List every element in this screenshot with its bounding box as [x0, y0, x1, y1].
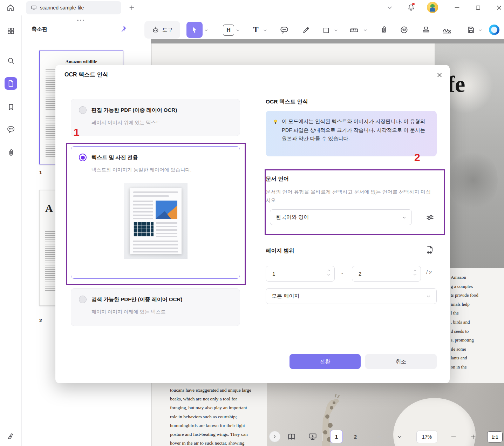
divider	[322, 433, 323, 441]
heading-tool-button[interactable]: H	[223, 25, 234, 36]
sticker-tool-icon[interactable]	[399, 25, 409, 35]
save-tool-chevron-icon[interactable]	[477, 27, 483, 34]
comment-tool-icon[interactable]	[279, 25, 290, 35]
notifications-bell-icon[interactable]	[407, 3, 416, 12]
measure-tool-icon[interactable]	[348, 25, 360, 35]
side-line: lants and	[451, 353, 478, 363]
page-range-title: 페이지 범위	[266, 247, 294, 255]
document-tab[interactable]: scanned-sample-file	[26, 1, 121, 14]
option-desc: 페이지 이미지 위에 있는 텍스트	[91, 120, 161, 126]
zoom-level-box[interactable]: 17%	[416, 431, 437, 443]
body-line: foraging, but may also play an important	[170, 403, 275, 412]
radio-editable-pdf[interactable]	[79, 106, 87, 114]
stepper-up-icon[interactable]	[413, 268, 417, 272]
shape-tool-icon[interactable]	[321, 25, 331, 35]
text-tool-chevron-icon[interactable]	[262, 27, 268, 34]
apps-grid-icon[interactable]	[6, 26, 16, 36]
panel-resize-handle[interactable]	[77, 20, 84, 21]
tab-title: scanned-sample-file	[40, 5, 84, 11]
maximize-button[interactable]	[474, 4, 482, 12]
search-icon[interactable]	[6, 56, 16, 66]
chevron-down-icon	[425, 293, 431, 299]
annotation-box-2	[265, 169, 445, 235]
draw-pen-icon[interactable]	[6, 431, 16, 441]
close-window-button[interactable]	[495, 4, 503, 12]
text-tool-button[interactable]: T	[250, 24, 261, 36]
convert-button[interactable]: 전환	[290, 354, 361, 369]
thumb2-page-number: 2	[39, 318, 42, 323]
save-tool-icon[interactable]	[465, 25, 476, 35]
ocr-section-heading: OCR 텍스트 인식	[266, 98, 308, 106]
page-two-button[interactable]: 2	[349, 430, 362, 443]
side-line: d seeds to	[451, 327, 478, 336]
page-to-field[interactable]	[352, 266, 421, 282]
toolbar: 도구 H T	[143, 21, 504, 39]
option-label: 검색 가능한 PDF만 (이중 레이어 OCR)	[91, 296, 182, 303]
page-bottom-text: toucans have exaggerated and unique larg…	[170, 386, 275, 446]
notification-dot	[412, 3, 415, 5]
bookmarks-icon[interactable]	[6, 102, 16, 112]
cancel-button[interactable]: 취소	[365, 354, 437, 369]
zoom-out-button[interactable]	[449, 433, 458, 441]
comments-icon[interactable]	[6, 124, 16, 134]
side-line: Amazon	[451, 273, 478, 282]
app-window: scanned-sample-file	[0, 0, 504, 446]
tools-label: 도구	[162, 27, 173, 33]
page-to-input[interactable]	[358, 266, 398, 281]
attachments-icon[interactable]	[6, 148, 16, 157]
side-line: l the	[451, 309, 478, 318]
actual-size-button[interactable]: 1:1	[487, 431, 503, 442]
annotation-box-1	[66, 143, 246, 285]
next-page-chevron-icon[interactable]	[395, 433, 404, 441]
select-tool-chevron-icon[interactable]	[203, 27, 209, 34]
previous-page-chevron-icon[interactable]	[375, 433, 383, 441]
text-glyph: T	[253, 25, 258, 34]
measure-tool-chevron-icon[interactable]	[362, 27, 368, 34]
attach-tool-icon[interactable]	[379, 25, 389, 35]
select-tool-button[interactable]	[186, 22, 203, 38]
ocr-option-searchable-pdf[interactable]: 검색 가능한 PDF만 (이중 레이어 OCR) 페이지 이미지 아래에 있는 …	[71, 288, 240, 326]
radio-searchable-pdf[interactable]	[79, 296, 87, 303]
home-icon[interactable]	[6, 3, 15, 13]
option-label: 편집 가능한 PDF (이중 레이어 OCR)	[91, 107, 177, 114]
status-bar: 1 2 17% 1:1	[266, 428, 504, 445]
avatar[interactable]	[427, 2, 438, 13]
signature-tool-icon[interactable]	[441, 25, 453, 35]
shape-tool-chevron-icon[interactable]	[333, 27, 339, 34]
body-line: hover in the air to suck nectar, showing	[170, 439, 275, 446]
minimize-button[interactable]	[453, 4, 461, 12]
tools-button[interactable]: 도구	[144, 21, 180, 39]
stepper-down-icon[interactable]	[327, 273, 331, 277]
page-from-input[interactable]	[272, 266, 312, 281]
chevron-right-icon	[272, 434, 278, 439]
current-page-box[interactable]: 1	[330, 430, 343, 443]
pin-icon[interactable]	[119, 25, 128, 33]
side-line: imals help	[451, 300, 478, 309]
pen-tool-icon[interactable]	[301, 25, 311, 35]
tab-list-chevron-icon[interactable]	[386, 4, 394, 12]
thumb1-page-number: 1	[39, 170, 42, 175]
dialog-close-icon[interactable]	[435, 70, 444, 80]
ocr-option-editable-pdf[interactable]: 편집 가능한 PDF (이중 레이어 OCR) 페이지 이미지 위에 있는 텍스…	[71, 99, 240, 136]
page-from-field[interactable]	[266, 266, 335, 282]
side-line: , birds and	[451, 318, 478, 327]
new-tab-button[interactable]	[128, 4, 136, 12]
zoom-in-button[interactable]	[469, 433, 477, 441]
stamp-tool-icon[interactable]	[421, 25, 431, 35]
expand-panel-button[interactable]	[269, 431, 280, 442]
page-total-label: / 2	[426, 270, 432, 275]
lightbulb-icon	[272, 119, 279, 126]
heading-tool-chevron-icon[interactable]	[235, 27, 240, 34]
stepper-down-icon[interactable]	[413, 273, 417, 277]
monitor-icon	[31, 5, 37, 11]
stepper-up-icon[interactable]	[327, 268, 331, 272]
side-line: ile some	[451, 345, 478, 354]
presentation-mode-icon[interactable]	[308, 432, 318, 442]
ai-assistant-button[interactable]	[489, 25, 499, 35]
sidebar-item-thumbnails[interactable]	[5, 77, 17, 90]
body-line: hummingbirds are known for their light	[170, 421, 275, 430]
reading-mode-icon[interactable]	[287, 432, 297, 442]
side-line: ts provide food	[451, 291, 478, 300]
page-range-mode-select[interactable]: 모든 페이지	[266, 288, 437, 304]
page-range-mode-icon[interactable]	[424, 244, 435, 256]
